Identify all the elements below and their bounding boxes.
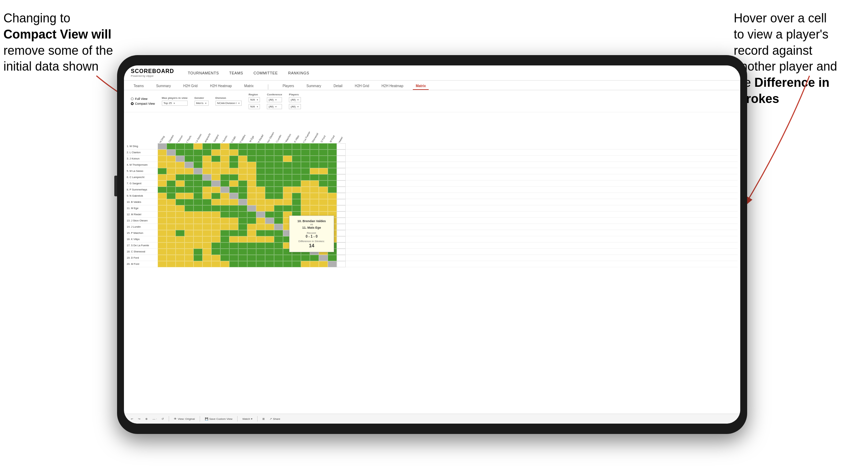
grid-cell[interactable] [301, 174, 310, 180]
grid-cell[interactable] [202, 180, 211, 187]
share-button[interactable]: ↗ Share [270, 417, 280, 421]
grid-cell[interactable] [194, 218, 202, 224]
grid-cell[interactable] [202, 199, 211, 205]
grid-cell[interactable] [274, 218, 283, 224]
grid-cell[interactable] [238, 218, 247, 224]
tab-h2h-heatmap[interactable]: H2H Heatmap [207, 83, 234, 90]
grid-cell[interactable] [176, 162, 185, 168]
tab-summary2[interactable]: Summary [304, 83, 324, 90]
grid-cell[interactable] [194, 199, 202, 205]
grid-cell[interactable] [265, 187, 274, 193]
grid-cell[interactable] [238, 224, 247, 230]
grid-cell[interactable] [202, 230, 211, 236]
grid-cell[interactable] [229, 261, 238, 267]
grid-cell[interactable] [229, 218, 238, 224]
grid-cell[interactable] [319, 156, 328, 162]
grid-cell[interactable] [256, 205, 265, 211]
grid-cell[interactable] [194, 187, 202, 193]
grid-cell[interactable] [328, 193, 337, 199]
grid-cell[interactable] [319, 205, 328, 211]
grid-cell[interactable] [167, 168, 176, 174]
grid-cell[interactable] [194, 180, 202, 187]
grid-cell[interactable] [185, 255, 194, 261]
grid-cell[interactable] [176, 205, 185, 211]
grid-cell[interactable] [328, 168, 337, 174]
grid-cell[interactable] [310, 156, 319, 162]
grid-cell[interactable] [185, 230, 194, 236]
compact-view-option[interactable]: Compact View [131, 102, 155, 105]
full-view-radio[interactable] [131, 97, 134, 100]
grid-cell[interactable] [292, 261, 301, 267]
grid-cell[interactable] [256, 255, 265, 261]
grid-cell[interactable] [265, 230, 274, 236]
grid-cell[interactable] [158, 224, 167, 230]
grid-cell[interactable] [337, 236, 346, 242]
conference-select2[interactable]: (All) ▼ [267, 104, 282, 109]
grid-cell[interactable] [247, 193, 256, 199]
grid-cell[interactable] [256, 249, 265, 255]
grid-cell[interactable] [229, 149, 238, 156]
grid-cell[interactable] [176, 193, 185, 199]
grid-cell[interactable] [292, 174, 301, 180]
grid-cell[interactable] [167, 187, 176, 193]
grid-cell[interactable] [202, 249, 211, 255]
grid-cell[interactable] [211, 218, 220, 224]
grid-cell[interactable] [283, 205, 292, 211]
grid-cell[interactable] [319, 174, 328, 180]
grid-cell[interactable] [194, 149, 202, 156]
grid-cell[interactable] [220, 255, 229, 261]
grid-cell[interactable] [176, 174, 185, 180]
grid-cell[interactable] [310, 199, 319, 205]
grid-cell[interactable] [194, 255, 202, 261]
grid-cell[interactable] [185, 249, 194, 255]
grid-cell[interactable] [247, 249, 256, 255]
grid-cell[interactable] [256, 211, 265, 218]
grid-cell[interactable] [256, 236, 265, 242]
grid-cell[interactable] [185, 242, 194, 249]
grid-cell[interactable] [185, 193, 194, 199]
grid-cell[interactable] [247, 224, 256, 230]
grid-cell[interactable] [194, 261, 202, 267]
grid-cell[interactable] [310, 174, 319, 180]
grid-cell[interactable] [158, 149, 167, 156]
grid-cell[interactable] [202, 261, 211, 267]
grid-cell[interactable] [247, 168, 256, 174]
grid-cell[interactable] [220, 218, 229, 224]
grid-cell[interactable] [220, 205, 229, 211]
grid-cell[interactable] [319, 143, 328, 149]
grid-cell[interactable] [194, 230, 202, 236]
redo-button[interactable]: ↪ [138, 417, 140, 421]
grid-cell[interactable] [220, 261, 229, 267]
grid-cell[interactable] [185, 211, 194, 218]
grid-cell[interactable] [292, 199, 301, 205]
grid-cell[interactable] [158, 255, 167, 261]
grid-cell[interactable] [328, 162, 337, 168]
tab-h2h-grid2[interactable]: H2H Grid [352, 83, 372, 90]
grid-cell[interactable] [301, 143, 310, 149]
grid-cell[interactable] [185, 174, 194, 180]
grid-cell[interactable] [176, 180, 185, 187]
grid-cell[interactable] [328, 199, 337, 205]
grid-cell[interactable] [337, 218, 346, 224]
grid-cell[interactable] [211, 149, 220, 156]
grid-cell[interactable] [337, 261, 346, 267]
grid-cell[interactable] [238, 193, 247, 199]
grid-cell[interactable] [337, 242, 346, 249]
grid-cell[interactable] [211, 242, 220, 249]
grid-cell[interactable] [229, 205, 238, 211]
grid-cell[interactable] [229, 180, 238, 187]
grid-cell[interactable] [202, 236, 211, 242]
grid-cell[interactable] [194, 156, 202, 162]
grid-cell[interactable] [211, 249, 220, 255]
grid-cell[interactable] [167, 205, 176, 211]
grid-cell[interactable] [211, 143, 220, 149]
grid-cell[interactable] [337, 180, 346, 187]
grid-cell[interactable] [337, 162, 346, 168]
grid-cell[interactable] [211, 187, 220, 193]
grid-cell[interactable] [247, 199, 256, 205]
grid-cell[interactable] [319, 149, 328, 156]
grid-cell[interactable] [185, 156, 194, 162]
grid-cell[interactable] [283, 143, 292, 149]
grid-cell[interactable] [328, 143, 337, 149]
grid-cell[interactable] [274, 174, 283, 180]
